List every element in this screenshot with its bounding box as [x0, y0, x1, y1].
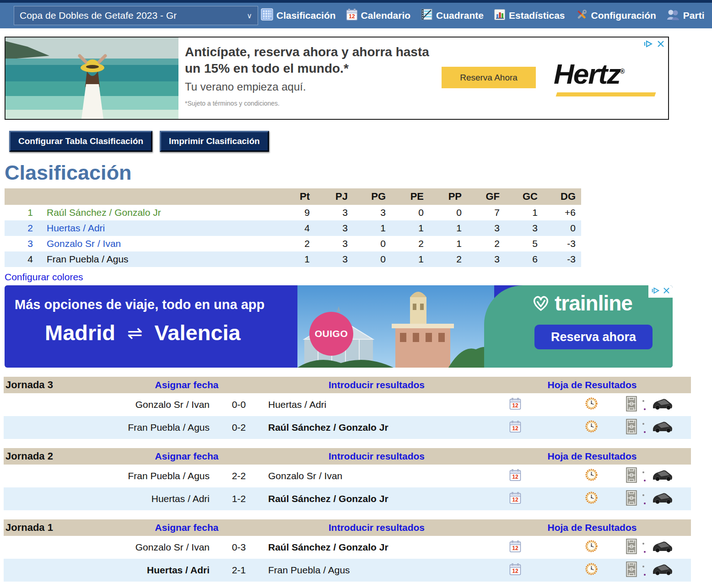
match-time-button[interactable]	[582, 469, 600, 483]
car-icon	[652, 563, 674, 578]
match-score: 2-2	[210, 470, 268, 481]
car-icon	[652, 492, 674, 507]
adchoices-icon[interactable]	[651, 287, 660, 296]
dots-separator	[641, 468, 647, 484]
page: Copa de Dobles de Getafe 2023 - Gr ∨ Cla…	[0, 0, 712, 588]
match-time-button[interactable]	[582, 492, 600, 506]
calendar-icon: 12	[509, 420, 521, 435]
match-date-button[interactable]: 12	[506, 397, 524, 412]
results-sheet-link[interactable]: Hoja de Resultados	[452, 451, 691, 462]
match-date-button[interactable]: 12	[506, 563, 524, 578]
configure-colors-link[interactable]: Configurar colores	[5, 272, 83, 283]
enter-results-link[interactable]: Introducir resultados	[301, 451, 452, 462]
enter-results-link[interactable]: Introducir resultados	[301, 522, 452, 533]
col-header-gc: GC	[505, 188, 543, 205]
classification-header-row: PtPJPGPEPPGFGCDG	[5, 188, 581, 205]
travel-button[interactable]	[650, 469, 675, 484]
jornada-header-band: Jornada 3Asignar fechaIntroducir resulta…	[4, 377, 691, 393]
match-score: 1-2	[210, 493, 268, 504]
hertz-ad-fineprint: *Sujeto a términos y condiciones.	[185, 100, 434, 107]
results-sheet-link[interactable]: Hoja de Resultados	[452, 380, 691, 390]
team-name-link[interactable]: Raúl Sánchez / Gonzalo Jr	[38, 205, 277, 220]
print-classification-button[interactable]: Imprimir Clasificación	[160, 131, 269, 152]
match-date-button[interactable]: 12	[506, 420, 524, 435]
people-icon	[666, 9, 680, 23]
dot	[642, 400, 644, 402]
nav-item-clasificacion[interactable]: Clasificación	[261, 8, 336, 23]
car-icon	[652, 397, 674, 412]
calendar-icon: 12	[509, 563, 521, 578]
hertz-ad-banner[interactable]: Anticípate, reserva ahora y ahorra hasta…	[5, 37, 669, 120]
assign-date-link[interactable]: Asignar fecha	[72, 451, 301, 462]
ad-close-icon[interactable]	[663, 287, 670, 296]
stat-cell: 2	[429, 251, 467, 267]
hertz-cta-button[interactable]: Reserva Ahora	[442, 67, 536, 88]
match-row: Gonzalo Sr / Ivan0-0Huertas / Adri12	[4, 393, 691, 416]
adchoices-icon[interactable]	[643, 40, 653, 49]
nav-item-estadisticas[interactable]: Estadísticas	[494, 9, 565, 23]
jornadas-list: Jornada 3Asignar fechaIntroducir resulta…	[4, 377, 691, 582]
stat-cell: 0	[353, 236, 391, 251]
stat-cell: 1	[353, 220, 391, 236]
enter-results-link[interactable]: Introducir resultados	[301, 380, 452, 390]
travel-button[interactable]	[650, 563, 675, 578]
svg-text:12: 12	[512, 568, 518, 574]
team-name-link[interactable]: Huertas / Adri	[38, 220, 277, 236]
match-time-button[interactable]	[582, 563, 600, 577]
match-sheet-button[interactable]	[622, 396, 641, 414]
match-date-button[interactable]: 12	[506, 469, 524, 484]
travel-button[interactable]	[650, 397, 675, 412]
configure-table-button[interactable]: Configurar Tabla Clasificación	[9, 131, 152, 152]
dot	[642, 423, 644, 425]
col-header-pt: Pt	[277, 188, 315, 205]
trainline-ad-banner[interactable]: Más opciones de viaje, todo en una app M…	[5, 285, 673, 368]
away-team: Gonzalo Sr / Ivan	[268, 470, 506, 481]
nav-item-parti[interactable]: Parti	[666, 9, 705, 23]
travel-button[interactable]	[650, 420, 675, 435]
home-team: Huertas / Adri	[4, 565, 210, 576]
stat-cell: 1	[429, 236, 467, 251]
assign-date-link[interactable]: Asignar fecha	[72, 380, 301, 390]
clock-icon	[585, 469, 598, 483]
barchart-icon	[494, 9, 506, 23]
match-sheet-button[interactable]	[622, 561, 641, 579]
assign-date-link[interactable]: Asignar fecha	[72, 522, 301, 533]
nav-item-calendario[interactable]: 12Calendario	[346, 8, 411, 23]
pitch-icon	[626, 419, 637, 437]
trainline-cta-button[interactable]: Reserva ahora	[534, 325, 653, 349]
stat-cell: 1	[277, 251, 315, 267]
match-sheet-button[interactable]	[622, 419, 641, 437]
match-row: Fran Puebla / Agus2-2Gonzalo Sr / Ivan12	[4, 465, 691, 487]
dots-separator	[641, 562, 647, 578]
match-time-button[interactable]	[582, 540, 600, 555]
nav-item-configuracion[interactable]: Configuración	[575, 8, 656, 23]
stat-cell: 1	[505, 205, 543, 220]
match-time-button[interactable]	[582, 420, 600, 435]
tournament-select[interactable]: Copa de Dobles de Getafe 2023 - Gr ∨	[14, 6, 258, 25]
car-icon	[652, 469, 674, 484]
match-date-button[interactable]: 12	[506, 540, 524, 555]
away-team: Raúl Sánchez / Gonzalo Jr	[268, 493, 506, 504]
match-sheet-button[interactable]	[622, 467, 641, 485]
beach-photo	[5, 37, 178, 119]
match-time-button[interactable]	[582, 397, 600, 412]
table-row: 1Raúl Sánchez / Gonzalo Jr9330071+6	[5, 205, 581, 220]
results-sheet-link[interactable]: Hoja de Resultados	[452, 522, 691, 533]
position-cell: 1	[5, 205, 38, 220]
jornada-header-band: Jornada 1Asignar fechaIntroducir resulta…	[4, 519, 691, 536]
match-sheet-button[interactable]	[622, 490, 641, 508]
col-header-pj: PJ	[315, 188, 353, 205]
stat-cell: 6	[505, 251, 543, 267]
tools-icon	[575, 8, 588, 23]
travel-button[interactable]	[650, 492, 675, 507]
match-sheet-button[interactable]	[622, 539, 641, 556]
pitch-icon	[626, 561, 637, 579]
match-date-button[interactable]: 12	[506, 492, 524, 507]
nav-item-cuadrante[interactable]: Cuadrante	[421, 8, 484, 23]
ad-close-icon[interactable]	[657, 40, 664, 49]
team-name-link[interactable]: Gonzalo Sr / Ivan	[38, 236, 277, 251]
clock-icon	[585, 492, 598, 506]
travel-button[interactable]	[650, 540, 675, 555]
route-from: Madrid	[45, 320, 115, 345]
toolbar: Configurar Tabla Clasificación Imprimir …	[9, 131, 712, 152]
